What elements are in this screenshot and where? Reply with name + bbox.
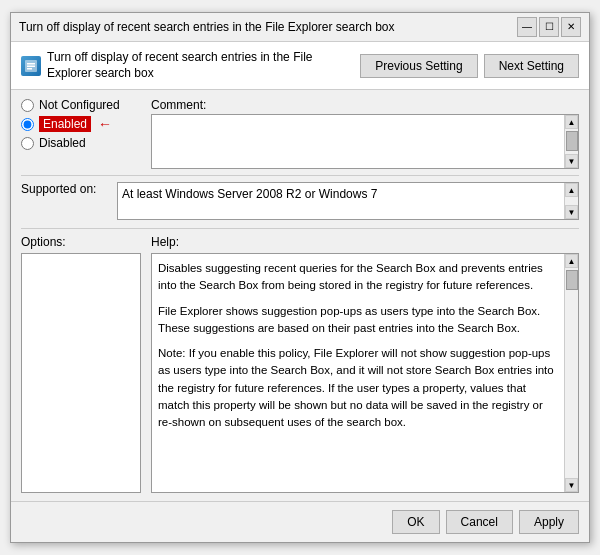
scroll-down-icon[interactable]: ▼ bbox=[565, 478, 578, 492]
scroll-up-icon[interactable]: ▲ bbox=[565, 115, 578, 129]
comment-section: Comment: ▲ ▼ bbox=[151, 98, 579, 169]
svg-rect-2 bbox=[27, 65, 35, 67]
supported-label: Supported on: bbox=[21, 182, 111, 196]
policy-icon bbox=[21, 56, 41, 76]
footer: OK Cancel Apply bbox=[11, 501, 589, 542]
main-window: Turn off display of recent search entrie… bbox=[10, 12, 590, 543]
help-paragraph-2: File Explorer shows suggestion pop-ups a… bbox=[158, 303, 558, 338]
header-section: Turn off display of recent search entrie… bbox=[11, 42, 589, 90]
not-configured-label: Not Configured bbox=[39, 98, 120, 112]
scroll-thumb[interactable] bbox=[566, 131, 578, 151]
help-text: Disables suggesting recent queries for t… bbox=[152, 254, 578, 492]
supported-row: Supported on: At least Windows Server 20… bbox=[21, 175, 579, 220]
svg-rect-1 bbox=[27, 63, 35, 65]
supported-scrollbar[interactable]: ▲ ▼ bbox=[564, 183, 578, 219]
help-paragraph-3: Note: If you enable this policy, File Ex… bbox=[158, 345, 558, 431]
radio-column: Not Configured Enabled ← Disabled bbox=[21, 98, 141, 169]
comment-scrollbar[interactable]: ▲ ▼ bbox=[564, 115, 578, 168]
disabled-radio[interactable] bbox=[21, 137, 34, 150]
not-configured-radio[interactable] bbox=[21, 99, 34, 112]
content-area: Not Configured Enabled ← Disabled Commen… bbox=[11, 90, 589, 501]
comment-box: ▲ ▼ bbox=[151, 114, 579, 169]
cancel-button[interactable]: Cancel bbox=[446, 510, 513, 534]
maximize-button[interactable]: ☐ bbox=[539, 17, 559, 37]
options-box bbox=[21, 253, 141, 493]
help-scrollbar[interactable]: ▲ ▼ bbox=[564, 254, 578, 492]
minimize-button[interactable]: — bbox=[517, 17, 537, 37]
enabled-label: Enabled bbox=[39, 116, 91, 132]
top-row: Not Configured Enabled ← Disabled Commen… bbox=[21, 98, 579, 169]
ok-button[interactable]: OK bbox=[392, 510, 439, 534]
disabled-label: Disabled bbox=[39, 136, 86, 150]
scroll-up-icon[interactable]: ▲ bbox=[565, 254, 578, 268]
supported-text: At least Windows Server 2008 R2 or Windo… bbox=[122, 187, 377, 201]
header-buttons: Previous Setting Next Setting bbox=[360, 54, 579, 78]
bottom-section: Options: Help: Disables suggesting recen… bbox=[21, 228, 579, 493]
help-label: Help: bbox=[151, 235, 579, 249]
options-column: Options: bbox=[21, 235, 141, 493]
help-paragraph-1: Disables suggesting recent queries for t… bbox=[158, 260, 558, 295]
next-setting-button[interactable]: Next Setting bbox=[484, 54, 579, 78]
enabled-arrow-icon: ← bbox=[98, 116, 112, 132]
previous-setting-button[interactable]: Previous Setting bbox=[360, 54, 477, 78]
not-configured-option[interactable]: Not Configured bbox=[21, 98, 141, 112]
help-column: Help: Disables suggesting recent queries… bbox=[151, 235, 579, 493]
scroll-down-icon[interactable]: ▼ bbox=[565, 154, 578, 168]
enabled-option[interactable]: Enabled ← bbox=[21, 116, 141, 132]
window-controls: — ☐ ✕ bbox=[517, 17, 581, 37]
close-button[interactable]: ✕ bbox=[561, 17, 581, 37]
scroll-down-icon[interactable]: ▼ bbox=[565, 205, 578, 219]
options-label: Options: bbox=[21, 235, 141, 249]
header-title: Turn off display of recent search entrie… bbox=[47, 50, 360, 81]
scroll-up-icon[interactable]: ▲ bbox=[565, 183, 578, 197]
title-bar: Turn off display of recent search entrie… bbox=[11, 13, 589, 42]
svg-rect-3 bbox=[27, 68, 32, 70]
disabled-option[interactable]: Disabled bbox=[21, 136, 141, 150]
header-left: Turn off display of recent search entrie… bbox=[21, 50, 360, 81]
supported-box: At least Windows Server 2008 R2 or Windo… bbox=[117, 182, 579, 220]
apply-button[interactable]: Apply bbox=[519, 510, 579, 534]
comment-label: Comment: bbox=[151, 98, 579, 112]
enabled-radio[interactable] bbox=[21, 118, 34, 131]
help-box: Disables suggesting recent queries for t… bbox=[151, 253, 579, 493]
window-title: Turn off display of recent search entrie… bbox=[19, 20, 395, 34]
scroll-thumb[interactable] bbox=[566, 270, 578, 290]
